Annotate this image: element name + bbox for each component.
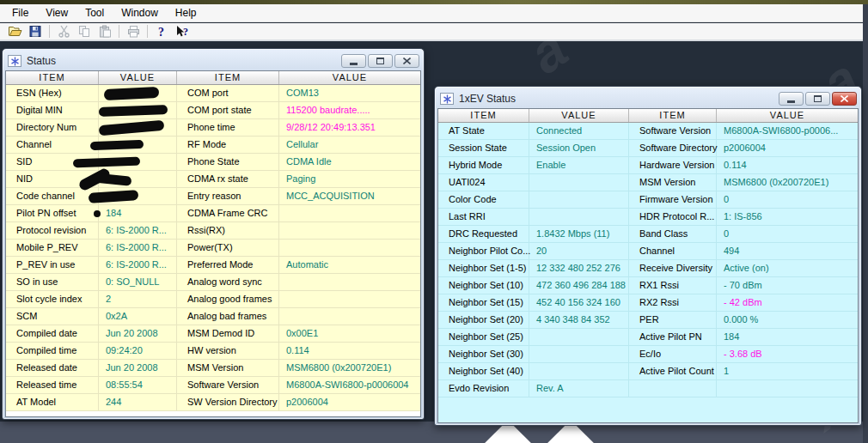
value-cell: 0x00E1 xyxy=(279,325,420,343)
open-icon[interactable] xyxy=(4,23,25,39)
item-cell: Hardware Version xyxy=(629,157,717,174)
table-row[interactable]: Pilot PN offset184CDMA Frame CRC xyxy=(6,205,420,222)
table-row[interactable]: Session StateSession OpenSoftware Direct… xyxy=(438,140,858,157)
value-cell: 244 xyxy=(99,394,177,411)
close-button[interactable] xyxy=(394,54,419,68)
menu-window[interactable]: Window xyxy=(113,5,167,21)
table-row[interactable]: Evdo RevisionRev. A xyxy=(438,380,858,397)
table-row[interactable]: Color CodeFirmware Version0 xyxy=(438,191,858,209)
column-header[interactable]: VALUE xyxy=(717,109,858,122)
table-row[interactable]: Neighbor Pilot Co...20Channel494 xyxy=(438,243,858,260)
item-cell: Phone State xyxy=(177,154,279,171)
value-cell: 0 xyxy=(717,226,858,243)
status-window[interactable]: Status ITEMVALUEITEMVALUEESN (Hex)COM po… xyxy=(2,48,425,420)
status-table: ITEMVALUEITEMVALUEESN (Hex)COM portCOM13… xyxy=(5,70,421,417)
table-row[interactable]: Compiled time09:24:20HW version0.114 xyxy=(6,343,420,360)
cut-icon xyxy=(53,23,74,39)
table-row[interactable]: Released dateJun 20 2008MSM VersionMSM68… xyxy=(6,360,420,377)
table-row[interactable]: ESN (Hex)COM portCOM13 xyxy=(6,85,420,102)
maximize-button[interactable] xyxy=(368,54,393,68)
help-icon[interactable]: ? xyxy=(151,23,172,39)
table-row[interactable]: Compiled dateJun 20 2008MSM Demod ID0x00… xyxy=(6,325,420,343)
menu-file[interactable]: File xyxy=(3,5,37,21)
item-cell xyxy=(629,380,717,397)
table-row[interactable]: Neighbor Set (20)4 340 348 84 352PER0.00… xyxy=(438,312,858,329)
table-row[interactable]: Protocol revision6: IS-2000 R...Rssi(RX) xyxy=(6,222,420,240)
item-cell: Neighbor Set (15) xyxy=(438,294,529,312)
maximize-button[interactable] xyxy=(805,92,830,106)
table-row[interactable]: Mobile P_REV6: IS-2000 R...Power(TX) xyxy=(6,240,420,257)
menu-help[interactable]: Help xyxy=(167,5,205,21)
table-row[interactable]: DRC Requested1.8432 Mbps (11)Band Class0 xyxy=(438,226,858,243)
value-cell: p2006004 xyxy=(279,394,420,411)
table-row[interactable]: Released time08:55:54Software VersionM68… xyxy=(6,377,420,394)
table-row[interactable]: AT StateConnectedSoftware VersionM6800A-… xyxy=(438,123,858,140)
item-cell: Rssi(RX) xyxy=(177,222,279,240)
value-cell: 0 xyxy=(717,191,858,209)
column-header[interactable]: ITEM xyxy=(629,109,717,122)
item-cell: CDMA Frame CRC xyxy=(177,205,279,222)
evdo-titlebar[interactable]: 1xEV Status xyxy=(437,89,859,108)
column-header[interactable]: VALUE xyxy=(529,109,629,122)
table-row[interactable]: P_REV in use6: IS-2000 R...Preferred Mod… xyxy=(6,257,420,274)
item-cell: Compiled time xyxy=(6,343,99,360)
table-row[interactable]: SIDPhone StateCDMA Idle xyxy=(6,154,420,171)
value-cell: 452 40 156 324 160 xyxy=(529,294,629,312)
evdo-status-window[interactable]: 1xEV Status ITEMVALUEITEMVALUEAT StateCo… xyxy=(434,86,862,426)
table-row[interactable]: Directory NumPhone time9/28/12 20:49:13.… xyxy=(6,119,420,137)
table-row[interactable]: Neighbor Set (30)Ec/Io- 3.68 dB xyxy=(438,346,858,363)
table-row[interactable]: ChannelRF ModeCellular xyxy=(6,137,420,154)
table-row[interactable]: AT Model244SW Version Directoryp2006004 xyxy=(6,394,420,411)
column-header[interactable]: VALUE xyxy=(99,71,177,84)
value-cell xyxy=(99,154,177,171)
column-header[interactable]: VALUE xyxy=(279,71,420,84)
value-cell: 6: IS-2000 R... xyxy=(99,240,177,257)
value-cell: 0: SO_NULL xyxy=(99,274,177,291)
value-cell: Connected xyxy=(529,123,629,140)
item-cell: Last RRI xyxy=(438,209,529,226)
table-row[interactable]: SO in use0: SO_NULLAnalog word sync xyxy=(6,274,420,291)
table-row[interactable]: SCM0x2AAnalog bad frames xyxy=(6,308,420,325)
status-titlebar[interactable]: Status xyxy=(5,52,421,70)
item-cell: Neighbor Set (10) xyxy=(438,277,529,294)
value-cell: MSM6800 (0x200720E1) xyxy=(279,360,420,377)
save-icon[interactable] xyxy=(25,23,46,39)
context-help-icon[interactable]: ? xyxy=(172,23,193,39)
table-row[interactable]: Neighbor Set (1-5)12 332 480 252 276Rece… xyxy=(438,260,858,277)
column-header[interactable]: ITEM xyxy=(177,71,279,84)
value-cell: 472 360 496 284 188 xyxy=(529,277,629,294)
value-cell xyxy=(529,346,629,363)
item-cell: Ec/Io xyxy=(629,346,717,363)
table-row[interactable]: Neighbor Set (15)452 40 156 324 160RX2 R… xyxy=(438,294,858,312)
app-asterisk-icon xyxy=(8,55,21,67)
column-header[interactable]: ITEM xyxy=(6,71,99,84)
table-row[interactable]: Digital MINCOM port state115200 baudrate… xyxy=(6,102,420,119)
table-row[interactable]: Last RRIHDR Protocol R...1: IS-856 xyxy=(438,209,858,226)
table-row[interactable]: UATI024MSM VersionMSM6800 (0x200720E1) xyxy=(438,174,858,191)
table-row[interactable]: NIDCDMA rx statePaging xyxy=(6,171,420,188)
table-row[interactable]: Hybrid ModeEnableHardware Version0.114 xyxy=(438,157,858,174)
item-cell: MSM Version xyxy=(177,360,279,377)
table-row[interactable]: Neighbor Set (40)Active Pilot Count1 xyxy=(438,363,858,380)
app-asterisk-icon xyxy=(440,93,454,105)
close-button[interactable] xyxy=(832,92,857,106)
table-row[interactable]: Neighbor Set (25)Active Pilot PN184 xyxy=(438,329,858,346)
value-cell xyxy=(279,222,420,240)
table-row[interactable]: Code channelEntry reasonMCC_ACQUISITION xyxy=(6,188,420,205)
value-cell: MSM6800 (0x200720E1) xyxy=(717,174,858,191)
item-cell: Mobile P_REV xyxy=(6,240,99,257)
minimize-button[interactable] xyxy=(341,54,366,68)
item-cell: COM port state xyxy=(177,102,279,119)
value-cell: Rev. A xyxy=(529,380,629,397)
column-header[interactable]: ITEM xyxy=(438,109,529,122)
menu-view[interactable]: View xyxy=(37,5,76,21)
minimize-button[interactable] xyxy=(779,92,804,106)
table-row[interactable]: Neighbor Set (10)472 360 496 284 188RX1 … xyxy=(438,277,858,294)
menu-tool[interactable]: Tool xyxy=(76,5,113,21)
table-row[interactable]: Slot cycle index2Analog good frames xyxy=(6,291,420,308)
item-cell: Released time xyxy=(6,377,99,394)
item-cell: Neighbor Set (30) xyxy=(438,346,529,363)
item-cell: ESN (Hex) xyxy=(6,85,99,102)
value-cell: 6: IS-2000 R... xyxy=(99,222,177,240)
value-cell xyxy=(529,363,629,380)
